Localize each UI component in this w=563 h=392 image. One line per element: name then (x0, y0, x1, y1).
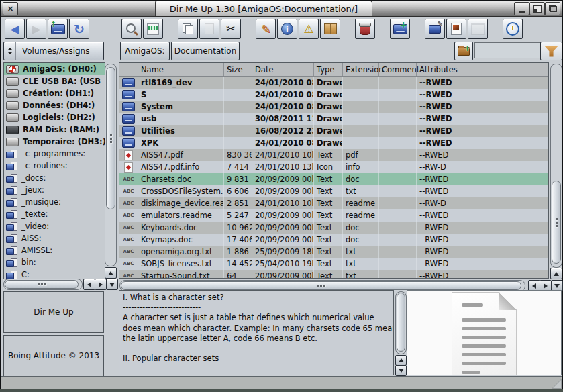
volumes-chooser[interactable]: Volumes/Assigns (3, 42, 104, 60)
cell-ext: info (343, 161, 379, 173)
table-row[interactable]: SOBJS_licenses.txt14 45225/04/2010 19h35… (119, 258, 548, 270)
table-row[interactable]: CrossDOSFileSystem.txt6 60620/09/2009 00… (119, 185, 548, 197)
sidebar-item[interactable]: _c_programmes: (4, 148, 105, 160)
sidebar-item[interactable]: Logiciels: (DH2:) (4, 111, 105, 124)
cell-comment (379, 113, 417, 125)
table-row[interactable]: openamiga.org.txt1 88625/09/2009 18h21Te… (119, 246, 548, 258)
table-header[interactable]: NameSizeDateTypeExtensionCommentAttribut… (119, 63, 548, 77)
sidebar-item[interactable]: AmigaOS: (DH0:) (4, 63, 105, 75)
table-row[interactable]: System24/01/2010 08h59Drawer--RWED (119, 101, 548, 113)
table-row[interactable]: Keyboards.doc10 96220/09/2009 00h03Textd… (119, 222, 548, 234)
new-drawer-button[interactable]: + (390, 19, 410, 39)
sidebar-item[interactable]: Données: (DH4:) (4, 99, 105, 111)
sidebar-scroll-right-button[interactable] (95, 279, 107, 290)
table-scroll-up-button[interactable] (550, 268, 562, 279)
column-header-date[interactable]: Date (252, 63, 314, 76)
table-hscroll-thumb[interactable] (121, 281, 521, 290)
delete-button[interactable] (355, 19, 375, 39)
table-row[interactable]: Keymaps.doc17 40620/09/2009 00h03Textdoc… (119, 234, 548, 246)
column-header-size[interactable]: Size (224, 63, 252, 76)
titlebar[interactable]: × Dir Me Up 1.30 [AmigaOS:Documentation/… (1, 1, 562, 17)
cell-name: rtl8169_dev (138, 77, 224, 89)
sidebar-item[interactable]: _video: (4, 220, 105, 232)
search-button[interactable] (121, 19, 142, 39)
sidebar-item[interactable]: CLE USB BA: (USB (4, 75, 105, 87)
sidebar-hscroll-thumb[interactable] (5, 280, 79, 289)
column-header-comment[interactable]: Comment (379, 63, 417, 76)
cell-comment (379, 161, 417, 173)
depth-gadget[interactable] (545, 2, 560, 15)
sidebar-item[interactable]: _jeux: (4, 184, 105, 196)
preview-vscroll-thumb[interactable] (397, 293, 405, 352)
file-icon-cell (119, 270, 138, 278)
parent-drawer-button[interactable]: ↑ (48, 19, 68, 39)
resize-handle-icon[interactable] (552, 379, 562, 389)
icon-editor-button[interactable] (446, 19, 466, 39)
sidebar-scroll-up-button[interactable] (105, 267, 117, 279)
rename-button[interactable] (256, 19, 276, 39)
table-row[interactable]: AISS47.pdf.info7 41424/01/2010 13h38Icon… (119, 161, 548, 173)
back-button[interactable] (5, 19, 25, 39)
archive-button[interactable] (320, 19, 340, 39)
table-vscroll-thumb[interactable] (552, 181, 561, 264)
sidebar-scroll-left-button[interactable] (83, 279, 95, 290)
table-row[interactable]: Startup-Sound.txt6420/09/2009 00h03Textt… (119, 270, 548, 278)
information-button[interactable] (277, 19, 297, 39)
zoom-gadget[interactable] (529, 2, 545, 15)
sidebar-item[interactable]: AISS: (4, 232, 105, 244)
table-row[interactable]: Charsets.doc9 83120/09/2009 00h03Textdoc… (119, 173, 548, 185)
chooser-arrows-icon (4, 42, 16, 60)
preview-scroll-down-button[interactable] (395, 365, 407, 376)
plus-badge-icon: + (399, 20, 407, 30)
preview-line: the latin uppercase letter A, code 66 me… (123, 334, 393, 344)
iconify-gadget[interactable] (514, 2, 529, 15)
column-header-name[interactable]: Name (138, 63, 224, 76)
clock-button[interactable] (503, 19, 523, 39)
sidebar-item[interactable]: C: (4, 268, 105, 279)
cell-comment (379, 149, 417, 161)
refresh-button[interactable] (69, 19, 89, 39)
preview-scroll-up-button[interactable] (395, 355, 407, 366)
sidebar-item[interactable]: _c_routines: (4, 160, 105, 172)
edit-drawer-button[interactable]: ✎ (425, 19, 445, 39)
sidebar-item[interactable]: AMISSL: (4, 244, 105, 256)
sidebar-item[interactable]: bin: (4, 256, 105, 268)
column-header-type[interactable]: Type (314, 63, 343, 76)
cell-name: openamiga.org.txt (138, 246, 224, 258)
column-header-extension[interactable]: Extension (343, 63, 379, 76)
path-tab-volume[interactable]: AmigaOS: (120, 42, 170, 60)
path-tab-directory[interactable]: Documentation (171, 42, 240, 60)
sidebar-vscroll-thumb[interactable] (106, 67, 115, 209)
table-row[interactable]: rtl8169_dev24/01/2010 08h59Drawer--RWED (119, 77, 548, 89)
table-row[interactable]: emulators.readme5 24720/09/2009 00h03Tex… (119, 209, 548, 222)
sidebar-item[interactable]: _texte: (4, 208, 105, 220)
filter-input[interactable] (474, 42, 543, 58)
cell-attr: --RWED (417, 77, 548, 89)
warning-button[interactable] (299, 19, 319, 39)
sidebar-scroll-down-button[interactable] (106, 279, 118, 290)
table-row[interactable]: diskimage_device.readme2 85124/01/2010 1… (119, 197, 548, 209)
refresh-icon (74, 23, 85, 36)
new-folder-button[interactable]: + (454, 42, 473, 60)
sidebar-item[interactable]: Temporaire: (DH3:) (4, 136, 105, 148)
table-row[interactable]: S24/01/2010 08h59Drawer--RWED (119, 89, 548, 101)
sidebar-item-label: CLE USB BA: (USB (23, 77, 101, 86)
file-icon-cell (119, 113, 138, 125)
table-row[interactable]: XPK24/01/2010 08h59Drawer--RWED (119, 137, 548, 149)
table-row[interactable]: Utilities16/08/2012 23h01Drawer--RWED (119, 125, 548, 137)
sidebar-item[interactable]: Création: (DH1:) (4, 87, 105, 99)
copy-button[interactable] (178, 19, 198, 39)
column-header-attributes[interactable]: Attributes (417, 63, 548, 76)
column-header-icon[interactable] (119, 63, 138, 76)
ruler-button[interactable] (143, 19, 163, 39)
copyright-box: Boing Attitude © 2013 (3, 335, 104, 377)
close-gadget[interactable]: × (3, 2, 18, 15)
cut-button[interactable] (221, 19, 241, 39)
filter-button[interactable] (540, 42, 562, 60)
table-row[interactable]: AISS47.pdf830 36424/01/2010 10h18Textpdf… (119, 149, 548, 161)
sidebar-item[interactable]: _musique: (4, 196, 105, 208)
table-row[interactable]: usb30/08/2011 11h14Drawer--RWED (119, 113, 548, 125)
sidebar-item[interactable]: _docs: (4, 172, 105, 184)
clock-icon (506, 22, 519, 36)
sidebar-item[interactable]: RAM Disk: (RAM:) (4, 124, 105, 136)
